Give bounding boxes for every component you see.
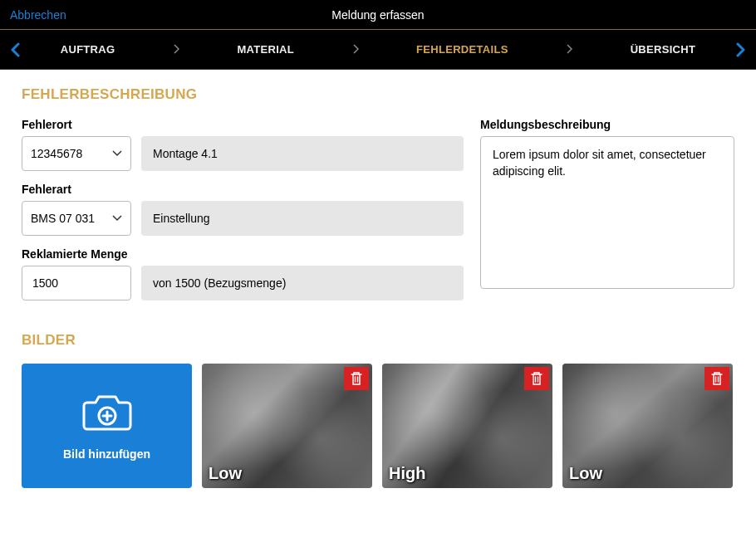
- nav-prev-button[interactable]: [7, 42, 23, 58]
- reklamierte-menge-input[interactable]: 1500: [22, 266, 131, 300]
- image-thumb-label: Low: [569, 464, 602, 483]
- fehlerort-dropdown[interactable]: 12345678: [22, 136, 131, 171]
- image-thumb-label: Low: [209, 464, 242, 483]
- add-image-label: Bild hinzufügen: [63, 447, 150, 461]
- chevron-down-icon: [112, 150, 122, 157]
- cancel-button[interactable]: Abbrechen: [10, 8, 66, 22]
- label-fehlerart: Fehlerart: [22, 183, 464, 196]
- nav-step-uebersicht[interactable]: ÜBERSICHT: [631, 43, 696, 56]
- reklamierte-menge-description: von 1500 (Bezugsmenge): [141, 266, 464, 300]
- image-thumb[interactable]: High: [382, 364, 552, 488]
- nav-step-fehlerdetails[interactable]: FEHLERDETAILS: [416, 43, 508, 56]
- trash-icon: [710, 371, 724, 386]
- fehlerart-value: BMS 07 031: [31, 212, 95, 225]
- section-title-bilder: BILDER: [22, 332, 734, 349]
- trash-icon: [530, 371, 543, 386]
- chevron-right-icon: [352, 42, 359, 57]
- add-image-button[interactable]: Bild hinzufügen: [22, 364, 192, 488]
- chevron-right-icon: [566, 42, 572, 57]
- trash-icon: [350, 371, 363, 386]
- page-title: Meldung erfassen: [331, 8, 424, 22]
- label-meldungsbeschreibung: Meldungsbeschreibung: [480, 118, 734, 131]
- image-thumb[interactable]: Low: [562, 364, 733, 488]
- fehlerart-description: Einstellung: [141, 201, 464, 236]
- chevron-right-icon: [173, 42, 179, 57]
- label-fehlerort: Fehlerort: [22, 118, 464, 131]
- meldungsbeschreibung-textarea[interactable]: [480, 136, 734, 289]
- image-thumb[interactable]: Low: [202, 364, 372, 488]
- reklamierte-menge-value: 1500: [32, 276, 58, 290]
- chevron-right-icon: [735, 42, 747, 57]
- section-title-fehlerbeschreibung: FEHLERBESCHREIBUNG: [22, 86, 734, 103]
- nav-step-material[interactable]: MATERIAL: [237, 43, 294, 56]
- fehlerort-value: 12345678: [31, 147, 82, 160]
- chevron-down-icon: [112, 215, 122, 222]
- image-thumb-label: High: [389, 464, 425, 483]
- fehlerart-dropdown[interactable]: BMS 07 031: [22, 201, 131, 236]
- nav-next-button[interactable]: [733, 42, 749, 58]
- nav-step-auftrag[interactable]: AUFTRAG: [61, 43, 115, 56]
- delete-image-button[interactable]: [524, 367, 549, 390]
- chevron-left-icon: [9, 42, 21, 57]
- header-bar: Abbrechen Meldung erfassen: [0, 0, 756, 30]
- step-nav: AUFTRAG MATERIAL FEHLERDETAILS ÜBERSICHT: [0, 30, 756, 70]
- delete-image-button[interactable]: [704, 367, 729, 390]
- label-reklamierte-menge: Reklamierte Menge: [22, 247, 464, 261]
- delete-image-button[interactable]: [344, 367, 369, 390]
- fehlerort-description: Montage 4.1: [141, 136, 464, 171]
- camera-plus-icon: [82, 391, 132, 436]
